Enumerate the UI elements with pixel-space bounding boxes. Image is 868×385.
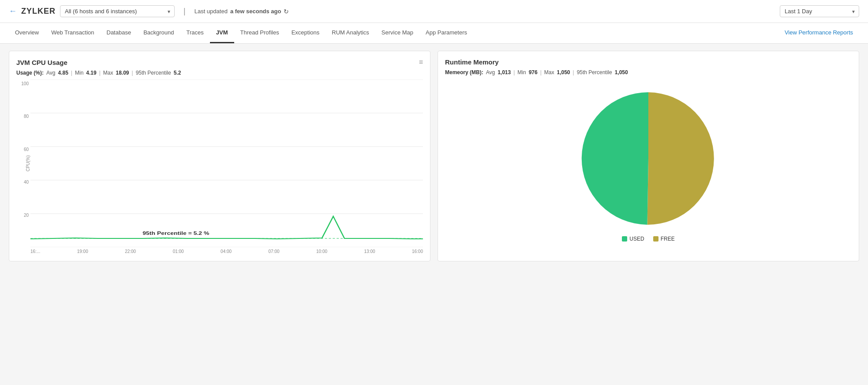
memory-percentile-label: 95th Percentile — [577, 69, 612, 75]
cpu-card: JVM CPU Usage ≡ Usage (%): Avg 4.85 | Mi… — [9, 51, 430, 261]
memory-card-title: Runtime Memory — [445, 58, 499, 66]
pie-section: USED FREE — [445, 79, 852, 242]
nav-item-service-map[interactable]: Service Map — [375, 23, 419, 43]
cpu-menu-icon[interactable]: ≡ — [419, 58, 423, 66]
x-label-2: 22:00 — [125, 249, 136, 254]
nav-item-exceptions[interactable]: Exceptions — [285, 23, 326, 43]
x-label-4: 04:00 — [221, 249, 232, 254]
cpu-min-label: Min — [75, 70, 83, 76]
nav-item-jvm[interactable]: JVM — [210, 23, 234, 43]
memory-card-header: Runtime Memory — [445, 58, 852, 66]
cpu-max-val: 18.09 — [116, 70, 129, 76]
cpu-avg-label: Avg — [46, 70, 55, 76]
time-select[interactable]: Last 1 Day — [780, 5, 859, 17]
nav-item-overview[interactable]: Overview — [9, 23, 45, 43]
chart-wrapper: CPU(%) 95th Percentile = 5.2 % — [30, 79, 423, 247]
main-content: JVM CPU Usage ≡ Usage (%): Avg 4.85 | Mi… — [0, 44, 868, 268]
legend-used: USED — [622, 236, 644, 242]
memory-max-val: 1,050 — [557, 69, 570, 75]
memory-card: Runtime Memory Memeory (MB): Avg 1,013 |… — [438, 51, 859, 261]
nav-item-web-transaction[interactable]: Web Transaction — [45, 23, 100, 43]
memory-stats-row: Memeory (MB): Avg 1,013 | Min 976 | Max … — [445, 69, 852, 75]
cpu-line-chart: 100 80 60 40 20 CPU(%) — [16, 79, 423, 247]
memory-avg-val: 1,013 — [498, 69, 511, 75]
last-updated-text: Last updated a few seconds ago ↻ — [195, 8, 773, 15]
cpu-chart-svg: 95th Percentile = 5.2 % — [30, 79, 423, 247]
y-label-40: 40 — [16, 180, 29, 185]
refresh-icon[interactable]: ↻ — [284, 8, 289, 15]
header-left: ← ZYLKER All (6 hosts and 6 instances) — [9, 5, 175, 17]
main-nav: Overview Web Transaction Database Backgr… — [0, 23, 868, 44]
x-label-0: 16:... — [30, 249, 40, 254]
nav-item-rum-analytics[interactable]: RUM Analytics — [326, 23, 375, 43]
app-header: ← ZYLKER All (6 hosts and 6 instances) |… — [0, 0, 868, 23]
header-separator: | — [183, 7, 186, 16]
legend-free: FREE — [653, 236, 675, 242]
memory-min-val: 976 — [529, 69, 538, 75]
app-title: ZYLKER — [21, 7, 56, 16]
y-axis-label-text: CPU(%) — [26, 155, 30, 172]
cpu-stats-label: Usage (%): — [16, 70, 44, 76]
time-select-wrapper[interactable]: Last 1 Day — [780, 5, 859, 17]
host-select[interactable]: All (6 hosts and 6 instances) — [60, 5, 175, 17]
y-label-80: 80 — [16, 114, 29, 119]
nav-item-traces[interactable]: Traces — [180, 23, 210, 43]
memory-avg-label: Avg — [486, 69, 495, 75]
nav-item-performance-reports[interactable]: View Performance Reports — [778, 23, 859, 43]
legend-used-label: USED — [629, 236, 644, 242]
x-label-3: 01:00 — [173, 249, 184, 254]
pie-chart-svg — [578, 88, 719, 229]
x-label-1: 19:00 — [77, 249, 88, 254]
nav-item-background[interactable]: Background — [137, 23, 180, 43]
cpu-percentile-label: 95th Percentile — [136, 70, 171, 76]
pie-legend: USED FREE — [622, 236, 674, 242]
x-label-5: 07:00 — [269, 249, 280, 254]
memory-percentile-val: 1,050 — [615, 69, 628, 75]
pie-chart-container — [578, 88, 719, 230]
percentile-annotation-text: 95th Percentile = 5.2 % — [142, 230, 209, 236]
x-label-7: 13:00 — [364, 249, 375, 254]
legend-free-label: FREE — [661, 236, 675, 242]
nav-item-thread-profiles[interactable]: Thread Profiles — [234, 23, 285, 43]
last-updated-prefix: Last updated — [195, 8, 228, 15]
cpu-min-val: 4.19 — [86, 70, 96, 76]
back-button[interactable]: ← — [9, 7, 17, 16]
memory-max-label: Max — [544, 69, 554, 75]
cpu-card-title: JVM CPU Usage — [16, 59, 67, 66]
x-label-8: 16:00 — [412, 249, 423, 254]
nav-item-app-parameters[interactable]: App Parameters — [419, 23, 473, 43]
last-updated-bold: a few seconds ago — [230, 8, 281, 15]
y-label-20: 20 — [16, 213, 29, 218]
x-label-6: 10:00 — [316, 249, 327, 254]
y-label-60: 60 — [16, 147, 29, 152]
legend-free-dot — [653, 236, 658, 242]
cpu-percentile-val: 5.2 — [174, 70, 181, 76]
x-axis-labels: 16:... 19:00 22:00 01:00 04:00 07:00 10:… — [16, 249, 423, 254]
cpu-max-label: Max — [103, 70, 113, 76]
memory-min-label: Min — [517, 69, 526, 75]
host-select-wrapper[interactable]: All (6 hosts and 6 instances) — [60, 5, 175, 17]
nav-item-database[interactable]: Database — [101, 23, 138, 43]
cpu-avg-val: 4.85 — [58, 70, 68, 76]
y-label-100: 100 — [16, 81, 29, 86]
cpu-stats-row: Usage (%): Avg 4.85 | Min 4.19 | Max 18.… — [16, 70, 423, 76]
memory-stats-label: Memeory (MB): — [445, 69, 483, 75]
pie-used-slice — [582, 92, 648, 225]
legend-used-dot — [622, 236, 627, 242]
cpu-card-header: JVM CPU Usage ≡ — [16, 58, 423, 66]
pie-free-slice — [647, 92, 714, 225]
